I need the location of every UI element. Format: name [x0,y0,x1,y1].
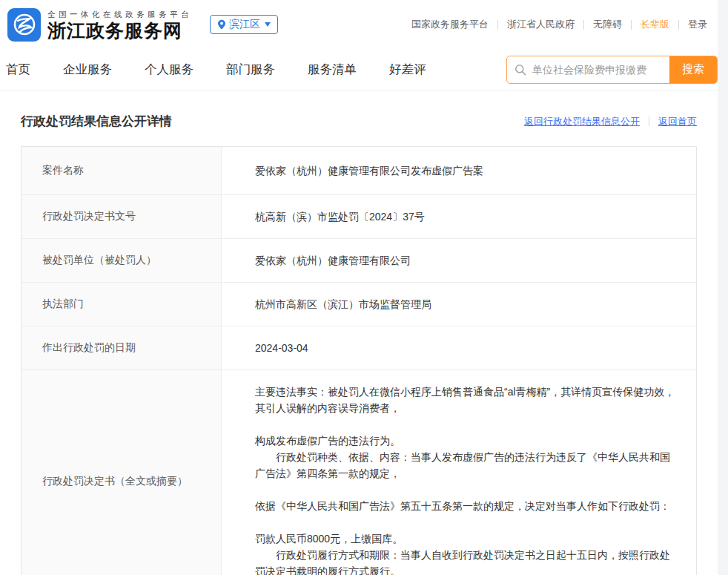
nav-item-enterprise-services[interactable]: 企业服务 [63,62,112,78]
row-value: 爱依家（杭州）健康管理有限公司 [222,239,696,282]
nav-item-rating[interactable]: 好差评 [389,62,426,78]
main-nav: 首页 企业服务 个人服务 部门服务 服务清单 好差评 搜索 [0,49,718,91]
table-row-decision-document: 行政处罚决定书（全文或摘要） 主要违法事实：被处罚人在微信小程序上销售普通食品“… [21,370,696,575]
row-value: 2024-03-04 [222,326,696,369]
page-title: 行政处罚结果信息公开详情 [21,113,172,130]
row-value-document: 主要违法事实：被处罚人在微信小程序上销售普通食品“al青梅精”，其详情页宣传保健… [222,370,696,575]
row-label: 执法部门 [21,283,222,326]
back-links: 返回行政处罚结果信息公开 返回首页 [524,115,697,128]
top-utility-links: 国家政务服务平台 浙江省人民政府 无障碍 长辈版 登录 [411,18,707,31]
nav-item-department-services[interactable]: 部门服务 [226,62,275,78]
site-header: 全国一体化在线政务服务平台 浙江政务服务网 滨江区 国家政务服务平台 浙江省人民… [0,0,718,49]
site-logo[interactable]: 全国一体化在线政务服务平台 浙江政务服务网 [7,8,192,42]
title-row: 行政处罚结果信息公开详情 返回行政处罚结果信息公开 返回首页 [21,113,697,130]
link-zhejiang-gov[interactable]: 浙江省人民政府 [507,18,575,31]
search-icon [507,56,526,83]
row-label: 作出行政处罚的日期 [21,326,222,369]
nav-item-service-list[interactable]: 服务清单 [308,62,357,78]
row-label: 被处罚单位（被处罚人） [21,239,222,282]
decision-paragraph: 罚款人民币8000元，上缴国库。 行政处罚履行方式和期限：当事人自收到行政处罚决… [255,530,678,575]
table-row-enforcement-department: 执法部门 杭州市高新区（滨江）市场监督管理局 [21,283,696,326]
nav-item-personal-services[interactable]: 个人服务 [145,62,193,78]
row-label: 行政处罚决定书文号 [21,195,222,238]
penalty-detail-table: 案件名称 爱依家（杭州）健康管理有限公司发布虚假广告案 行政处罚决定书文号 杭高… [21,146,697,575]
link-elder-version[interactable]: 长辈版 [641,18,669,31]
decision-paragraph: 主要违法事实：被处罚人在微信小程序上销售普通食品“al青梅精”，其详情页宣传保健… [255,384,678,416]
link-national-platform[interactable]: 国家政务服务平台 [411,18,489,31]
row-value: 爱依家（杭州）健康管理有限公司发布虚假广告案 [222,147,696,194]
table-row-decision-number: 行政处罚决定书文号 杭高新（滨）市监处罚〔2024〕37号 [21,195,696,239]
page-root: 全国一体化在线政务服务平台 浙江政务服务网 滨江区 国家政务服务平台 浙江省人民… [0,0,718,575]
location-selector[interactable]: 滨江区 [210,15,278,34]
decision-paragraph: 依据《中华人民共和国广告法》第五十五条第一款的规定，决定对当事人作如下行政处罚： [255,498,670,514]
divider [583,20,584,30]
back-to-home-link[interactable]: 返回首页 [658,115,697,128]
divider [678,20,679,30]
row-value: 杭州市高新区（滨江）市场监督管理局 [222,283,696,326]
divider [497,20,498,30]
back-to-penalty-list-link[interactable]: 返回行政处罚结果信息公开 [524,115,640,128]
logo-text: 全国一体化在线政务服务平台 浙江政务服务网 [47,10,192,40]
link-accessibility[interactable]: 无障碍 [593,18,622,31]
nav-item-home[interactable]: 首页 [6,62,30,78]
location-label: 滨江区 [229,18,260,31]
main-content: 行政处罚结果信息公开详情 返回行政处罚结果信息公开 返回首页 案件名称 爱依家（… [0,91,718,575]
link-login[interactable]: 登录 [688,18,707,31]
search-button[interactable]: 搜索 [669,56,717,83]
divider [631,20,632,30]
platform-tagline: 全国一体化在线政务服务平台 [47,10,192,20]
decision-paragraph: 构成发布虚假广告的违法行为。 行政处罚种类、依据、内容：当事人发布虚假广告的违法… [255,433,678,482]
search-input[interactable] [526,56,669,83]
search-box: 搜索 [506,56,718,84]
row-label: 案件名称 [21,147,222,194]
divider [649,116,649,126]
zhejiang-gov-logo-icon [7,8,41,42]
table-row-punished-party: 被处罚单位（被处罚人） 爱依家（杭州）健康管理有限公司 [21,239,696,283]
row-label: 行政处罚决定书（全文或摘要） [21,370,222,575]
table-row-case-name: 案件名称 爱依家（杭州）健康管理有限公司发布虚假广告案 [21,147,696,195]
chevron-down-icon [265,22,271,27]
site-name: 浙江政务服务网 [47,22,192,40]
row-value: 杭高新（滨）市监处罚〔2024〕37号 [222,195,696,238]
table-row-penalty-date: 作出行政处罚的日期 2024-03-04 [21,326,696,370]
location-pin-icon [217,19,226,30]
